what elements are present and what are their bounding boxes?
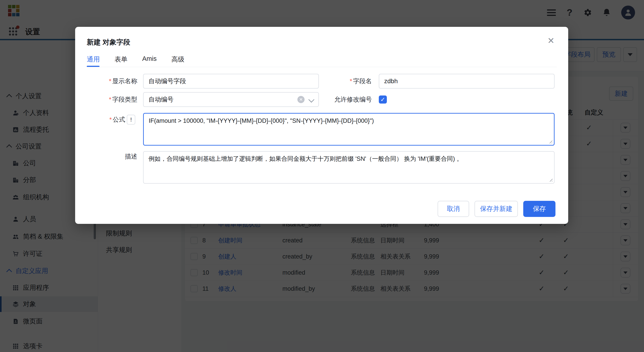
display-name-input[interactable] — [143, 74, 319, 88]
tab-general[interactable]: 通用 — [87, 55, 100, 64]
tabs-divider — [87, 67, 557, 67]
allow-modify-label: 允许修改编号 — [310, 92, 372, 107]
tab-advanced[interactable]: 高级 — [171, 55, 184, 64]
tab-form[interactable]: 表单 — [114, 55, 128, 64]
new-field-modal: 新建 对象字段 ✕ 通用表单Amis高级 显示名称 字段名 字段类型 自动编号 … — [75, 27, 568, 224]
description-label: 描述 — [75, 152, 137, 161]
display-name-label: 显示名称 — [75, 74, 137, 88]
save-button[interactable]: 保存 — [523, 201, 556, 217]
modal-title: 新建 对象字段 — [87, 38, 130, 47]
modal-tabs: 通用表单Amis高级 — [87, 55, 184, 64]
field-name-label: 字段名 — [310, 74, 372, 88]
clear-circle-icon[interactable]: ✕ — [298, 96, 304, 103]
exclamation-icon[interactable]: ! — [127, 115, 135, 124]
field-type-label: 字段类型 — [75, 92, 137, 107]
field-name-input[interactable] — [379, 74, 554, 88]
formula-textarea[interactable]: IF(amount > 100000, "IM-{YYYY}-{MM}-{DD}… — [143, 113, 554, 146]
tab-amis[interactable]: Amis — [142, 55, 156, 64]
allow-modify-checkbox[interactable]: ✓ — [379, 96, 387, 104]
cancel-button[interactable]: 取消 — [438, 201, 469, 217]
close-icon[interactable]: ✕ — [548, 36, 554, 46]
app-root: ? 设置 个人设置个人资料流程委托公司设置公司分部组织机构人员简档 & 权限集许… — [0, 0, 644, 352]
formula-label: 公式 — [75, 115, 125, 124]
save-and-new-button[interactable]: 保存并新建 — [474, 201, 518, 217]
description-textarea[interactable]: 例如，合同编号规则基础上增加了逻辑判断，如果合同金额大于十万则把前缀 'SN'（… — [143, 151, 554, 184]
field-type-value: 自动编号 — [148, 92, 174, 107]
